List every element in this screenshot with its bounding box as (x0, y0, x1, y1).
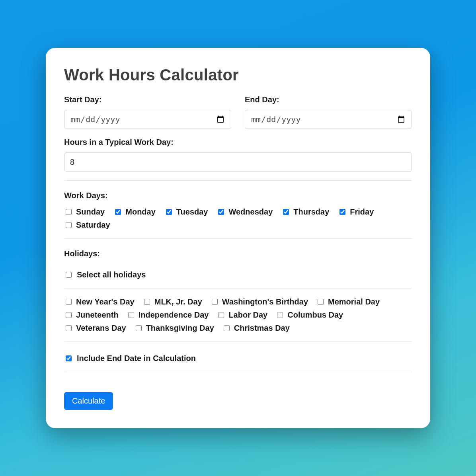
holiday-label: Labor Day (228, 310, 267, 320)
workday-item[interactable]: Friday (338, 207, 374, 217)
start-day-field: Start Day: (64, 95, 231, 129)
holiday-item[interactable]: Christmas Day (222, 324, 290, 333)
separator (64, 180, 412, 181)
include-end-date-checkbox[interactable] (66, 355, 72, 361)
workday-checkbox[interactable] (66, 222, 72, 228)
holiday-checkbox[interactable] (66, 325, 72, 331)
calculate-button[interactable]: Calculate (64, 392, 113, 410)
select-all-holidays-label: Select all holidays (77, 270, 146, 279)
holiday-checkbox[interactable] (224, 325, 230, 331)
holiday-label: Juneteenth (76, 310, 119, 320)
workday-label: Friday (350, 207, 374, 217)
workday-checkbox[interactable] (283, 209, 289, 215)
holidays-label: Holidays: (64, 249, 412, 258)
holiday-item[interactable]: Thanksgiving Day (134, 324, 214, 333)
separator (64, 288, 412, 289)
holiday-label: Independence Day (139, 310, 209, 320)
workday-label: Sunday (76, 207, 105, 217)
end-day-label: End Day: (245, 95, 412, 104)
workday-item[interactable]: Saturday (64, 220, 110, 230)
holidays-row: New Year's DayMLK, Jr. DayWashington's B… (64, 297, 412, 333)
workday-label: Saturday (76, 220, 110, 230)
holiday-item[interactable]: Washington's Birthday (210, 297, 308, 306)
holiday-item[interactable]: New Year's Day (64, 297, 135, 306)
workday-item[interactable]: Wednesday (217, 207, 273, 217)
separator (64, 238, 412, 239)
include-end-date[interactable]: Include End Date in Calculation (64, 354, 412, 363)
holiday-item[interactable]: Labor Day (217, 310, 267, 320)
workday-checkbox[interactable] (218, 209, 224, 215)
holiday-checkbox[interactable] (144, 299, 150, 305)
workday-item[interactable]: Thursday (281, 207, 329, 217)
holiday-label: Veterans Day (76, 324, 126, 333)
workday-checkbox[interactable] (339, 209, 345, 215)
workday-label: Tuesday (176, 207, 208, 217)
workdays-row: SundayMondayTuesdayWednesdayThursdayFrid… (64, 207, 412, 230)
workday-checkbox[interactable] (115, 209, 121, 215)
workday-checkbox[interactable] (66, 209, 72, 215)
calculator-card: Work Hours Calculator Start Day: End Day… (46, 48, 430, 428)
workday-item[interactable]: Tuesday (164, 207, 208, 217)
holiday-item[interactable]: Veterans Day (64, 324, 126, 333)
workday-label: Monday (125, 207, 156, 217)
start-day-input[interactable] (64, 110, 231, 129)
select-all-holidays-checkbox[interactable] (66, 272, 72, 278)
end-day-field: End Day: (245, 95, 412, 129)
workday-label: Wednesday (228, 207, 273, 217)
separator (64, 341, 412, 342)
holiday-label: Washington's Birthday (222, 297, 308, 306)
holiday-checkbox[interactable] (318, 299, 324, 305)
holiday-checkbox[interactable] (277, 312, 283, 318)
holiday-label: Memorial Day (328, 297, 380, 306)
date-row: Start Day: End Day: (64, 95, 412, 129)
holiday-item[interactable]: Memorial Day (316, 297, 380, 306)
holiday-label: Thanksgiving Day (146, 324, 214, 333)
holiday-checkbox[interactable] (66, 312, 72, 318)
include-end-date-label: Include End Date in Calculation (77, 354, 196, 363)
holiday-checkbox[interactable] (212, 299, 218, 305)
select-all-holidays[interactable]: Select all holidays (64, 270, 412, 279)
holiday-label: Christmas Day (234, 324, 290, 333)
workday-item[interactable]: Sunday (64, 207, 105, 217)
hours-field: Hours in a Typical Work Day: (64, 138, 412, 172)
end-day-input[interactable] (245, 110, 412, 129)
holiday-checkbox[interactable] (218, 312, 224, 318)
start-day-label: Start Day: (64, 95, 231, 104)
hours-label: Hours in a Typical Work Day: (64, 138, 412, 147)
workday-label: Thursday (293, 207, 329, 217)
holiday-item[interactable]: Independence Day (127, 310, 209, 320)
workdays-label: Work Days: (64, 191, 412, 200)
holiday-item[interactable]: Columbus Day (275, 310, 343, 320)
holiday-label: Columbus Day (287, 310, 343, 320)
holiday-label: MLK, Jr. Day (154, 297, 202, 306)
page-title: Work Hours Calculator (64, 66, 412, 84)
holiday-checkbox[interactable] (136, 325, 142, 331)
holiday-checkbox[interactable] (128, 312, 134, 318)
workday-checkbox[interactable] (166, 209, 172, 215)
holiday-label: New Year's Day (76, 297, 135, 306)
holiday-item[interactable]: Juneteenth (64, 310, 119, 320)
holiday-item[interactable]: MLK, Jr. Day (142, 297, 202, 306)
hours-input[interactable] (64, 152, 412, 172)
workday-item[interactable]: Monday (113, 207, 156, 217)
separator (64, 372, 412, 372)
holiday-checkbox[interactable] (66, 299, 72, 305)
